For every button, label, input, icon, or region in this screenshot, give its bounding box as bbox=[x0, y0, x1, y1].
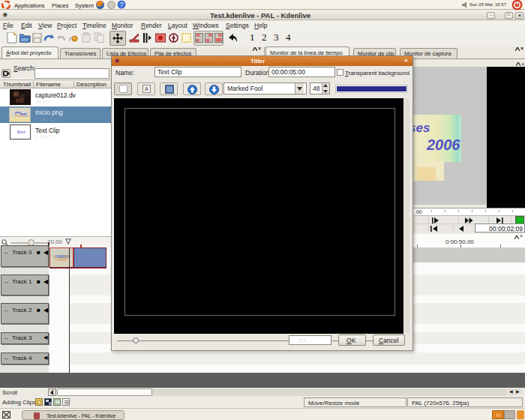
svg-text:?: ? bbox=[119, 1, 123, 8]
